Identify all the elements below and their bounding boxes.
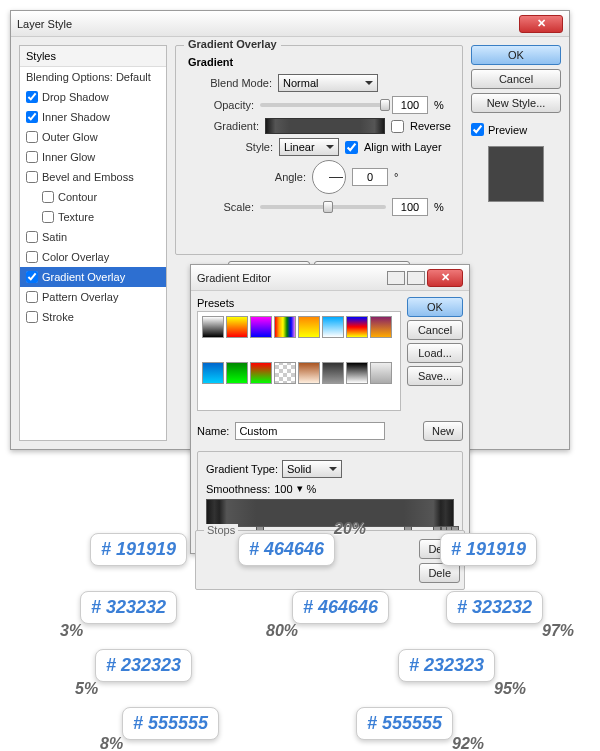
smooth-label: Smoothness: [206, 483, 270, 495]
style-inner-glow[interactable]: Inner Glow [20, 147, 166, 167]
style-contour[interactable]: Contour [20, 187, 166, 207]
blending-options[interactable]: Blending Options: Default [20, 67, 166, 87]
preset-swatch[interactable] [226, 316, 248, 338]
style-inner-shadow[interactable]: Inner Shadow [20, 107, 166, 127]
preset-swatch[interactable] [298, 362, 320, 384]
opacity-field: Opacity: 100 % [184, 96, 454, 114]
styles-header[interactable]: Styles [20, 46, 166, 67]
checkbox[interactable] [42, 191, 54, 203]
style-drop-shadow[interactable]: Drop Shadow [20, 87, 166, 107]
callout-hex: # 232323 [95, 649, 192, 682]
callout-pct: 3% [60, 622, 83, 640]
checkbox[interactable] [26, 271, 38, 283]
dialog-buttons: OK Cancel New Style... Preview [471, 45, 561, 441]
blend-mode-select[interactable]: Normal [278, 74, 378, 92]
ge-title: Gradient Editor [197, 272, 387, 284]
cancel-button[interactable]: Cancel [471, 69, 561, 89]
preset-swatch[interactable] [298, 316, 320, 338]
scale-input[interactable]: 100 [392, 198, 428, 216]
opacity-input[interactable]: 100 [392, 96, 428, 114]
presets-grid[interactable] [197, 311, 401, 411]
style-pattern-overlay[interactable]: Pattern Overlay [20, 287, 166, 307]
style-color-overlay[interactable]: Color Overlay [20, 247, 166, 267]
preset-swatch[interactable] [346, 362, 368, 384]
preview-checkbox[interactable] [471, 123, 484, 136]
callout-pct: 97% [542, 622, 574, 640]
checkbox[interactable] [42, 211, 54, 223]
preset-swatch[interactable] [346, 316, 368, 338]
checkbox[interactable] [26, 291, 38, 303]
minimize-icon[interactable] [387, 271, 405, 285]
new-style-button[interactable]: New Style... [471, 93, 561, 113]
callout-pct: 95% [494, 680, 526, 698]
grad-type-select[interactable]: Solid [282, 460, 342, 478]
stops-label: Stops [204, 524, 238, 536]
ge-cancel-button[interactable]: Cancel [407, 320, 463, 340]
checkbox[interactable] [26, 111, 38, 123]
preset-swatch[interactable] [370, 316, 392, 338]
smoothness-input[interactable]: 100 [274, 483, 292, 495]
style-satin[interactable]: Satin [20, 227, 166, 247]
styles-panel: Styles Blending Options: Default Drop Sh… [19, 45, 167, 441]
callout-hex: # 191919 [440, 533, 537, 566]
subsection-title: Gradient [188, 56, 454, 68]
scale-field: Scale: 100 % [184, 198, 454, 216]
preset-swatch[interactable] [226, 362, 248, 384]
scale-slider[interactable] [260, 205, 386, 209]
preset-swatch[interactable] [274, 316, 296, 338]
ge-ok-button[interactable]: OK [407, 297, 463, 317]
dialog-title: Layer Style [17, 18, 519, 30]
delete-button[interactable]: Dele [419, 563, 460, 583]
preset-swatch[interactable] [322, 316, 344, 338]
style-bevel-emboss[interactable]: Bevel and Emboss [20, 167, 166, 187]
style-stroke[interactable]: Stroke [20, 307, 166, 327]
ge-load-button[interactable]: Load... [407, 343, 463, 363]
checkbox[interactable] [26, 171, 38, 183]
preset-swatch[interactable] [322, 362, 344, 384]
checkbox[interactable] [26, 151, 38, 163]
preset-swatch[interactable] [370, 362, 392, 384]
align-checkbox[interactable] [345, 141, 358, 154]
titlebar[interactable]: Layer Style ✕ [11, 11, 569, 37]
style-select[interactable]: Linear [279, 138, 339, 156]
checkbox[interactable] [26, 131, 38, 143]
style-texture[interactable]: Texture [20, 207, 166, 227]
gradient-bar[interactable] [206, 499, 454, 527]
angle-dial[interactable] [312, 160, 346, 194]
ge-titlebar[interactable]: Gradient Editor ✕ [191, 265, 469, 291]
preset-swatch[interactable] [202, 316, 224, 338]
ge-close-icon[interactable]: ✕ [427, 269, 463, 287]
section-title: Gradient Overlay [184, 38, 281, 50]
style-field: Style: Linear Align with Layer [184, 138, 454, 156]
name-label: Name: [197, 425, 229, 437]
callout-hex: # 323232 [80, 591, 177, 624]
reverse-checkbox[interactable] [391, 120, 404, 133]
style-outer-glow[interactable]: Outer Glow [20, 127, 166, 147]
preview-toggle[interactable]: Preview [471, 123, 561, 136]
preset-swatch[interactable] [250, 316, 272, 338]
blend-mode-field: Blend Mode: Normal [184, 74, 454, 92]
gradient-picker[interactable] [265, 118, 385, 134]
maximize-icon[interactable] [407, 271, 425, 285]
style-gradient-overlay[interactable]: Gradient Overlay [20, 267, 166, 287]
new-button[interactable]: New [423, 421, 463, 441]
name-input[interactable]: Custom [235, 422, 385, 440]
angle-input[interactable]: 0 [352, 168, 388, 186]
callout-hex: # 191919 [90, 533, 187, 566]
opacity-slider[interactable] [260, 103, 386, 107]
gradient-editor-dialog: Gradient Editor ✕ Presets [190, 264, 470, 554]
ok-button[interactable]: OK [471, 45, 561, 65]
checkbox[interactable] [26, 91, 38, 103]
ge-save-button[interactable]: Save... [407, 366, 463, 386]
checkbox[interactable] [26, 311, 38, 323]
checkbox[interactable] [26, 251, 38, 263]
preview-thumbnail [488, 146, 544, 202]
preset-swatch[interactable] [274, 362, 296, 384]
callout-pct: 80% [266, 622, 298, 640]
preset-swatch[interactable] [202, 362, 224, 384]
checkbox[interactable] [26, 231, 38, 243]
close-icon[interactable]: ✕ [519, 15, 563, 33]
chevron-down-icon[interactable]: ▾ [297, 482, 303, 495]
preset-swatch[interactable] [250, 362, 272, 384]
callout-pct: 20% [334, 520, 366, 538]
